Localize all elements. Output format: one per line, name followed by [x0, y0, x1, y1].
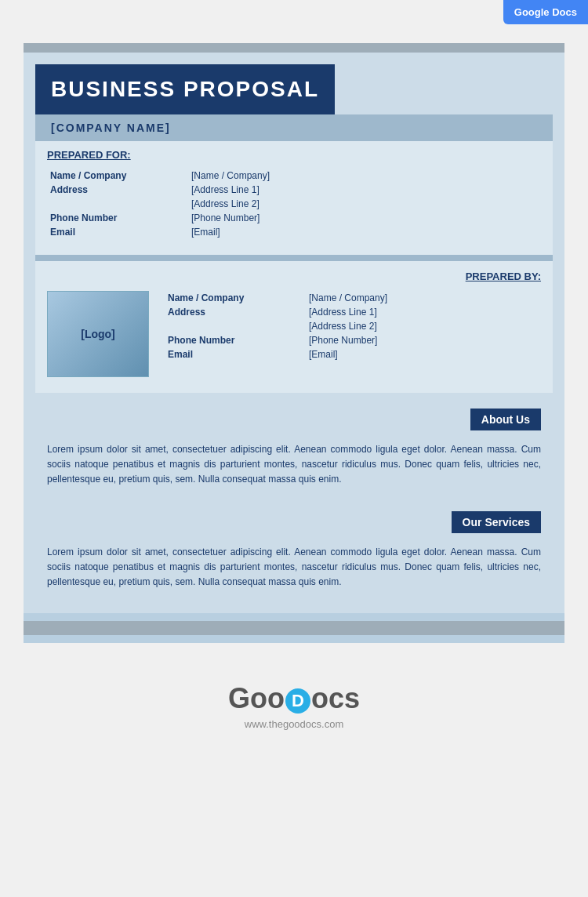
field-label — [47, 197, 188, 211]
logo-box: [Logo] — [47, 291, 149, 377]
field-value: [Phone Number] — [188, 211, 541, 225]
company-name-bar: [COMPANY NAME] — [35, 114, 553, 141]
table-row: [Address Line 2] — [165, 319, 541, 333]
field-label: Phone Number — [47, 211, 188, 225]
prepared-by-heading: PREPARED BY: — [466, 271, 541, 282]
field-value: [Address Line 2] — [188, 197, 541, 211]
prepared-for-section: PREPARED FOR: Name / Company [Name / Com… — [35, 141, 553, 255]
field-value: [Phone Number] — [306, 333, 541, 347]
field-label: Email — [47, 225, 188, 239]
section-divider — [35, 255, 553, 261]
field-value: [Email] — [188, 225, 541, 239]
company-name: [COMPANY NAME] — [51, 122, 171, 134]
prepared-for-heading: PREPARED FOR: — [47, 149, 541, 161]
field-label: Email — [165, 347, 306, 361]
field-label: Address — [165, 305, 306, 319]
table-row: Address [Address Line 1] — [165, 305, 541, 319]
google-docs-badge: Google Docs — [503, 0, 588, 24]
field-value: [Name / Company] — [306, 291, 541, 305]
goodocs-logo: GooDocs — [0, 682, 588, 715]
about-us-heading: About Us — [470, 409, 541, 430]
about-us-body: Lorem ipsum dolor sit amet, consectetuer… — [47, 438, 541, 488]
field-value: [Address Line 1] — [188, 183, 541, 197]
field-label — [165, 319, 306, 333]
about-us-section: About Us Lorem ipsum dolor sit amet, con… — [35, 401, 553, 496]
goodocs-url: www.thegoodocs.com — [0, 718, 588, 730]
doc-bottom-bar — [24, 621, 564, 635]
logo-goo: Goo — [228, 682, 285, 714]
document-title: BUSINESS PROPOSAL — [35, 64, 335, 114]
logo-placeholder: [Logo] — [81, 328, 115, 340]
logo-d: D — [285, 688, 310, 714]
prepared-by-info: Name / Company [Name / Company] Address … — [165, 291, 541, 361]
logo-ocs: ocs — [311, 682, 360, 714]
field-value: [Email] — [306, 347, 541, 361]
prepared-by-table: Name / Company [Name / Company] Address … — [165, 291, 541, 361]
table-row: Email [Email] — [165, 347, 541, 361]
document-outer: BUSINESS PROPOSAL [COMPANY NAME] PREPARE… — [24, 43, 564, 643]
our-services-body: Lorem ipsum dolor sit amet, consectetuer… — [47, 541, 541, 590]
table-row: [Address Line 2] — [47, 197, 541, 211]
prepared-by-content: [Logo] Name / Company [Name / Company] A… — [47, 291, 541, 377]
table-row: Name / Company [Name / Company] — [47, 169, 541, 183]
table-row: Phone Number [Phone Number] — [47, 211, 541, 225]
doc-top-bar — [24, 43, 564, 53]
prepared-by-header: PREPARED BY: — [47, 269, 541, 283]
field-value: [Address Line 2] — [306, 319, 541, 333]
field-label: Phone Number — [165, 333, 306, 347]
table-row: Name / Company [Name / Company] — [165, 291, 541, 305]
prepared-by-section: PREPARED BY: [Logo] Name / Company [Name… — [35, 261, 553, 393]
field-label: Name / Company — [165, 291, 306, 305]
prepared-for-table: Name / Company [Name / Company] Address … — [47, 169, 541, 239]
doc-inner: BUSINESS PROPOSAL [COMPANY NAME] PREPARE… — [24, 53, 564, 613]
table-row: Address [Address Line 1] — [47, 183, 541, 197]
table-row: Phone Number [Phone Number] — [165, 333, 541, 347]
field-label: Name / Company — [47, 169, 188, 183]
field-value: [Name / Company] — [188, 169, 541, 183]
our-services-heading: Our Services — [452, 511, 541, 533]
field-value: [Address Line 1] — [306, 305, 541, 319]
field-label: Address — [47, 183, 188, 197]
our-services-section: Our Services Lorem ipsum dolor sit amet,… — [35, 503, 553, 598]
footer-branding: GooDocs www.thegoodocs.com — [0, 682, 588, 754]
table-row: Email [Email] — [47, 225, 541, 239]
